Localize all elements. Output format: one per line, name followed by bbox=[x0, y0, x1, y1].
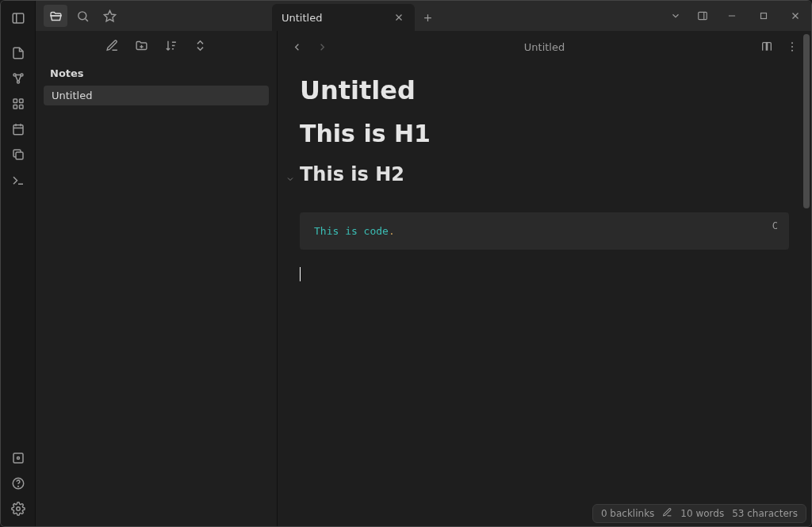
sidebar: Notes Untitled bbox=[36, 1, 278, 526]
svg-point-20 bbox=[78, 11, 86, 19]
window-minimize-icon[interactable] bbox=[716, 1, 748, 31]
svg-point-4 bbox=[17, 81, 19, 83]
svg-point-37 bbox=[791, 50, 793, 52]
graph-icon[interactable] bbox=[6, 66, 31, 91]
svg-point-35 bbox=[791, 42, 793, 44]
svg-rect-15 bbox=[13, 453, 23, 463]
svg-rect-0 bbox=[13, 13, 24, 23]
svg-point-18 bbox=[17, 486, 18, 487]
settings-icon[interactable] bbox=[6, 496, 31, 521]
svg-point-36 bbox=[791, 46, 793, 48]
scrollbar-thumb[interactable] bbox=[803, 34, 810, 208]
heading-2[interactable]: This is H2 bbox=[300, 163, 404, 185]
svg-point-19 bbox=[16, 507, 20, 511]
nav-back-icon[interactable] bbox=[287, 37, 306, 56]
window-maximize-icon[interactable] bbox=[748, 1, 779, 31]
svg-point-2 bbox=[13, 74, 16, 76]
folder-open-icon[interactable] bbox=[44, 5, 67, 27]
svg-marker-22 bbox=[104, 10, 115, 21]
heading-1[interactable]: This is H1 bbox=[300, 120, 789, 147]
svg-rect-27 bbox=[699, 12, 707, 19]
svg-rect-5 bbox=[13, 99, 17, 103]
scrollbar-track[interactable] bbox=[803, 31, 810, 502]
fold-caret-icon[interactable] bbox=[284, 174, 297, 184]
calendar-icon[interactable] bbox=[6, 116, 31, 142]
document-title[interactable]: Untitled bbox=[300, 75, 789, 105]
editor-header: Untitled bbox=[278, 31, 811, 63]
star-icon[interactable] bbox=[98, 5, 121, 27]
search-icon[interactable] bbox=[71, 5, 94, 27]
svg-rect-8 bbox=[19, 105, 23, 109]
collapse-icon[interactable] bbox=[193, 39, 207, 55]
status-words[interactable]: 10 words bbox=[680, 508, 724, 519]
panel-right-icon[interactable] bbox=[689, 1, 716, 31]
svg-point-3 bbox=[21, 74, 23, 76]
svg-line-21 bbox=[85, 18, 87, 21]
editor-breadcrumb-title[interactable]: Untitled bbox=[338, 41, 751, 53]
code-language-label: C bbox=[772, 220, 778, 231]
terminal-icon[interactable] bbox=[6, 167, 31, 193]
tab-untitled[interactable]: Untitled bbox=[272, 4, 415, 31]
empty-paragraph[interactable] bbox=[300, 267, 789, 283]
help-icon[interactable] bbox=[6, 471, 31, 496]
copy-icon[interactable] bbox=[6, 142, 31, 167]
svg-rect-9 bbox=[13, 125, 23, 135]
editor-content[interactable]: Untitled This is H1 This is H2 C This is… bbox=[278, 63, 811, 526]
more-options-icon[interactable] bbox=[783, 37, 802, 56]
tab-close-icon[interactable] bbox=[393, 11, 405, 24]
chevron-down-icon[interactable] bbox=[662, 1, 689, 31]
text-cursor bbox=[300, 267, 301, 281]
tab-title: Untitled bbox=[282, 12, 322, 24]
new-note-icon[interactable] bbox=[105, 39, 119, 55]
svg-rect-7 bbox=[13, 105, 17, 109]
edit-mode-icon[interactable] bbox=[662, 507, 672, 520]
file-item-label: Untitled bbox=[52, 90, 92, 101]
new-folder-icon[interactable] bbox=[135, 39, 148, 55]
code-block[interactable]: C This is code. bbox=[300, 212, 789, 250]
status-bar: 0 backlinks 10 words 53 characters bbox=[592, 504, 806, 523]
sort-icon[interactable] bbox=[164, 39, 178, 55]
svg-point-16 bbox=[17, 457, 19, 460]
grid-icon[interactable] bbox=[6, 91, 31, 116]
window-close-icon[interactable] bbox=[779, 1, 811, 31]
panel-left-icon[interactable] bbox=[6, 6, 31, 31]
new-tab-button[interactable] bbox=[415, 4, 440, 31]
svg-rect-30 bbox=[761, 13, 767, 19]
nav-forward-icon[interactable] bbox=[312, 37, 331, 56]
svg-rect-6 bbox=[19, 99, 23, 103]
reading-view-icon[interactable] bbox=[757, 37, 776, 56]
file-icon[interactable] bbox=[6, 40, 31, 66]
activity-bar bbox=[1, 1, 36, 526]
code-punct: . bbox=[389, 225, 395, 237]
svg-rect-13 bbox=[16, 152, 23, 159]
sidebar-section-title: Notes bbox=[36, 63, 277, 84]
editor-area: Untitled Untitled This is H1 This is H2 bbox=[278, 1, 811, 526]
status-chars[interactable]: 53 characters bbox=[732, 508, 798, 519]
vault-icon[interactable] bbox=[6, 445, 31, 471]
code-text: This is code bbox=[314, 225, 389, 237]
titlebar: Untitled bbox=[36, 1, 811, 31]
sidebar-toolbar bbox=[36, 31, 277, 63]
file-item-untitled[interactable]: Untitled bbox=[44, 86, 269, 105]
status-backlinks[interactable]: 0 backlinks bbox=[601, 508, 654, 519]
